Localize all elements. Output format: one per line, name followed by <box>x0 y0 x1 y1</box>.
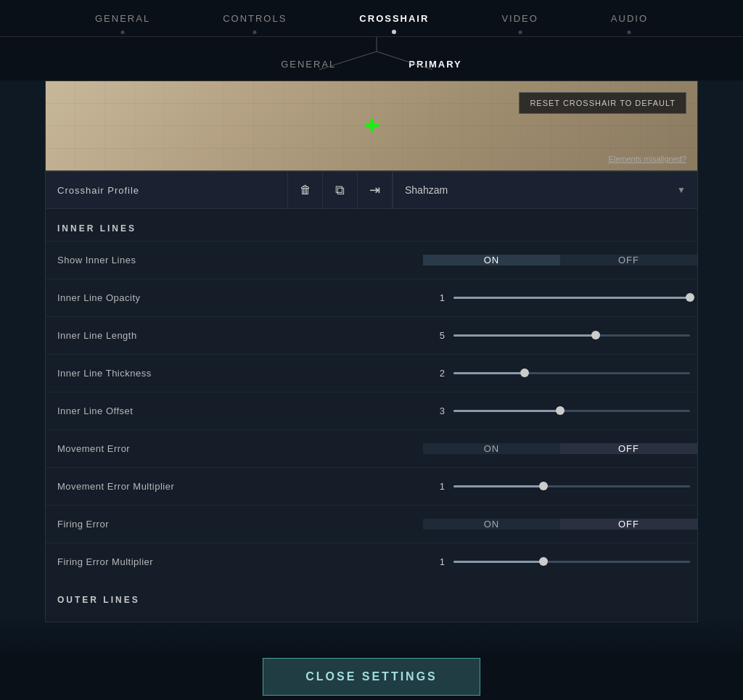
firing-error-multiplier-label: Firing Error Multiplier <box>46 556 423 567</box>
table-row: Show Inner Lines On Off <box>46 241 697 279</box>
outer-lines-section-header: OUTER LINES <box>46 580 697 612</box>
slider-thumb[interactable] <box>539 557 548 566</box>
slider-value: 2 <box>430 368 445 379</box>
movement-error-multiplier-control: 1 <box>423 481 697 492</box>
firing-error-multiplier-control: 1 <box>423 556 697 567</box>
slider-track-wrapper <box>453 485 690 488</box>
svg-line-1 <box>319 52 377 70</box>
copy-icon: ⧉ <box>335 183 345 198</box>
slider-track-wrapper <box>453 410 690 413</box>
nav-item-video[interactable]: VIDEO <box>494 13 545 24</box>
movement-error-multiplier-slider: 1 <box>423 481 697 492</box>
elements-misaligned-link[interactable]: Elements misaligned? <box>608 155 686 163</box>
table-row: Movement Error Multiplier 1 <box>46 467 697 505</box>
slider-fill <box>453 485 543 487</box>
firing-error-multiplier-slider: 1 <box>423 556 697 567</box>
crosshair-profile-label: Crosshair Profile <box>46 185 287 196</box>
show-inner-lines-toggle: On Off <box>423 255 697 265</box>
toggle-on-button[interactable]: On <box>423 519 560 530</box>
slider-track-wrapper <box>453 372 690 375</box>
slider-thumb[interactable] <box>556 406 565 415</box>
crosshair-profile-row: Crosshair Profile 🗑 ⧉ ⇥ Shahzam ▼ <box>45 171 698 209</box>
nav-item-general[interactable]: GENERAL <box>88 13 157 24</box>
slider-value: 1 <box>430 292 445 303</box>
inner-line-offset-control: 3 <box>423 405 697 416</box>
import-profile-button[interactable]: ⇥ <box>358 172 393 208</box>
toggle-on-button[interactable]: On <box>423 443 560 454</box>
slider-value: 1 <box>430 556 445 567</box>
crosshair-preview: ✛ RESET CROSSHAIR TO DEFAULT Elements mi… <box>45 81 698 171</box>
slider-track-wrapper <box>453 334 690 337</box>
close-settings-button[interactable]: CLOSE SETTINGS <box>263 658 480 696</box>
slider-track <box>453 334 690 337</box>
slider-value: 1 <box>430 481 445 492</box>
movement-error-label: Movement Error <box>46 443 423 454</box>
slider-track <box>453 561 690 563</box>
table-row: Inner Line Thickness 2 <box>46 354 697 392</box>
inner-lines-section-header: INNER LINES <box>46 209 697 241</box>
slider-track <box>453 485 690 487</box>
inner-line-length-control: 5 <box>423 330 697 341</box>
copy-profile-button[interactable]: ⧉ <box>323 172 358 208</box>
inner-line-thickness-slider: 2 <box>423 368 697 379</box>
delete-profile-button[interactable]: 🗑 <box>288 172 323 208</box>
slider-value: 5 <box>430 330 445 341</box>
slider-fill <box>453 561 543 563</box>
inner-line-length-slider: 5 <box>423 330 697 341</box>
nav-item-controls[interactable]: CONTROLS <box>215 13 294 24</box>
table-row: Movement Error On Off <box>46 429 697 467</box>
inner-line-opacity-slider: 1 <box>423 292 697 303</box>
inner-line-thickness-label: Inner Line Thickness <box>46 368 423 379</box>
svg-line-2 <box>377 52 432 70</box>
show-inner-lines-control: On Off <box>423 255 697 265</box>
show-inner-lines-label: Show Inner Lines <box>46 255 423 265</box>
toggle-off-button[interactable]: Off <box>560 255 697 265</box>
inner-line-thickness-control: 2 <box>423 368 697 379</box>
profile-action-buttons: 🗑 ⧉ ⇥ <box>287 172 393 208</box>
toggle-on-button[interactable]: On <box>423 255 560 265</box>
slider-thumb[interactable] <box>686 293 694 302</box>
reset-crosshair-button[interactable]: RESET CROSSHAIR TO DEFAULT <box>519 92 686 114</box>
slider-thumb[interactable] <box>539 482 548 490</box>
nav-item-audio[interactable]: AUDIO <box>604 13 655 24</box>
table-row: Firing Error Multiplier 1 <box>46 543 697 580</box>
firing-error-control: On Off <box>423 519 697 530</box>
nav-item-crosshair[interactable]: CROSSHAIR <box>352 13 436 24</box>
table-row: Firing Error On Off <box>46 505 697 543</box>
inner-line-opacity-label: Inner Line Opacity <box>46 292 423 303</box>
slider-thumb[interactable] <box>520 368 529 377</box>
movement-error-multiplier-label: Movement Error Multiplier <box>46 481 423 492</box>
close-settings-container: CLOSE SETTINGS <box>0 653 743 700</box>
slider-thumb[interactable] <box>591 331 600 339</box>
slider-fill <box>453 372 525 374</box>
slider-value: 3 <box>430 405 445 416</box>
firing-error-toggle: On Off <box>423 519 697 530</box>
inner-line-length-label: Inner Line Length <box>46 330 423 341</box>
trash-icon: 🗑 <box>300 184 311 197</box>
table-row: Inner Line Opacity 1 <box>46 279 697 316</box>
inner-line-opacity-control: 1 <box>423 292 697 303</box>
table-row: Inner Line Offset 3 <box>46 392 697 429</box>
inner-line-offset-slider: 3 <box>423 405 697 416</box>
top-navigation: GENERAL CONTROLS CROSSHAIR VIDEO AUDIO <box>0 0 743 37</box>
nav-connector-svg <box>0 37 743 81</box>
table-row: Inner Line Length 5 <box>46 316 697 354</box>
settings-content: INNER LINES Show Inner Lines On Off Inne… <box>45 209 698 622</box>
slider-fill <box>453 297 690 299</box>
movement-error-control: On Off <box>423 443 697 454</box>
toggle-off-button[interactable]: Off <box>560 443 697 454</box>
chevron-down-icon: ▼ <box>677 185 686 195</box>
slider-track-wrapper <box>453 297 690 300</box>
inner-line-offset-label: Inner Line Offset <box>46 405 423 416</box>
import-icon: ⇥ <box>369 182 380 198</box>
firing-error-label: Firing Error <box>46 519 423 530</box>
movement-error-toggle: On Off <box>423 443 697 454</box>
slider-track <box>453 372 690 374</box>
slider-fill <box>453 334 596 337</box>
slider-track <box>453 410 690 412</box>
crosshair-symbol: ✛ <box>364 118 379 135</box>
profile-dropdown[interactable]: Shahzam ▼ <box>393 172 697 208</box>
toggle-off-button[interactable]: Off <box>560 519 697 530</box>
slider-track-wrapper <box>453 561 690 564</box>
slider-track <box>453 297 690 299</box>
